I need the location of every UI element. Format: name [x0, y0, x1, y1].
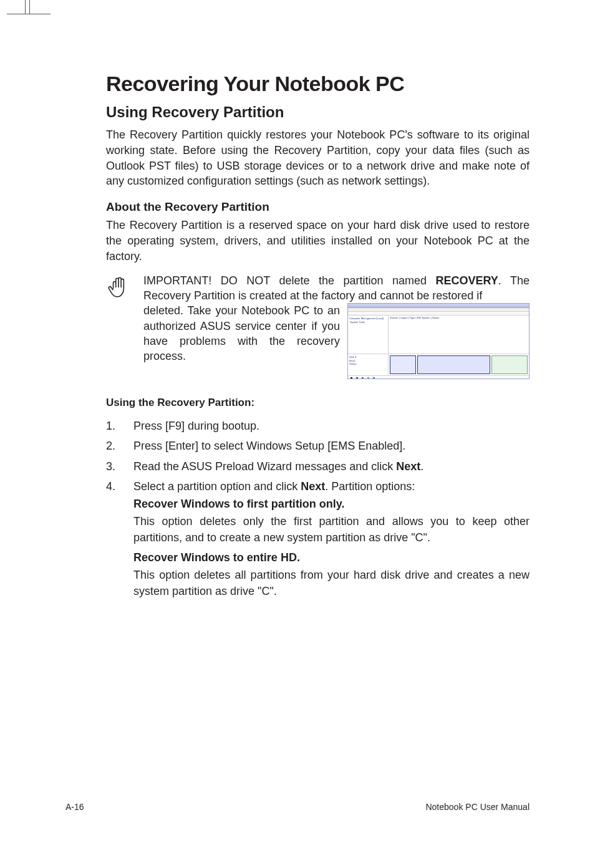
- screenshot-volume-list: Volume | Layout | Type | File System | S…: [389, 316, 529, 354]
- callout-text: IMPORTANT! DO NOT delete the partition n…: [143, 273, 530, 380]
- option-2-body: This option deletes all partitions from …: [133, 567, 530, 599]
- screenshot-partition-d: [491, 355, 528, 374]
- content-area: Recovering Your Notebook PC Using Recove…: [106, 72, 530, 603]
- callout-left-text: deleted. Take your Notebook PC to an aut…: [143, 303, 340, 379]
- step-list: Press [F9] during bootup. Press [Enter] …: [106, 418, 530, 599]
- procedure-heading: Using the Recovery Partition:: [106, 397, 530, 409]
- step-4: Select a partition option and click Next…: [106, 478, 530, 600]
- screenshot-tree-pane: Computer Management (Local) System Tools: [348, 316, 389, 354]
- step-1: Press [F9] during bootup.: [106, 418, 530, 434]
- callout-prefix: IMPORTANT! DO NOT delete the partition n…: [143, 274, 435, 287]
- subsection-heading: About the Recovery Partition: [106, 200, 530, 214]
- step-3: Read the ASUS Preload Wizard messages an…: [106, 458, 530, 475]
- callout-bold: RECOVERY: [435, 274, 498, 287]
- crop-mark: [25, 0, 30, 14]
- option-1-title: Recover Windows to first partition only.: [133, 496, 530, 512]
- section-heading: Using Recovery Partition: [106, 104, 530, 121]
- intro-paragraph: The Recovery Partition quickly restores …: [106, 127, 530, 189]
- hand-stop-icon: [106, 273, 143, 380]
- screenshot-partition-c: [417, 355, 490, 374]
- page-title: Recovering Your Notebook PC: [106, 72, 530, 96]
- option-1-body: This option deletes only the first parti…: [133, 513, 530, 546]
- screenshot-legend: [348, 375, 529, 379]
- screenshot-partition-recovery: [390, 355, 416, 374]
- option-2-title: Recover Windows to entire HD.: [133, 549, 530, 566]
- page-footer: A-16 Notebook PC User Manual: [65, 802, 530, 812]
- page: Recovering Your Notebook PC Using Recove…: [0, 0, 595, 868]
- manual-title: Notebook PC User Manual: [425, 802, 530, 812]
- disk-management-screenshot: Computer Management (Local) System Tools…: [347, 303, 530, 379]
- step-2: Press [Enter] to select Windows Setup [E…: [106, 438, 530, 454]
- screenshot-disk-label: Disk 0BasicOnline: [348, 354, 389, 375]
- important-callout: IMPORTANT! DO NOT delete the partition n…: [106, 273, 530, 380]
- screenshot-titlebar: [348, 304, 529, 308]
- page-number: A-16: [65, 802, 84, 812]
- subsection-paragraph: The Recovery Partition is a reserved spa…: [106, 218, 530, 264]
